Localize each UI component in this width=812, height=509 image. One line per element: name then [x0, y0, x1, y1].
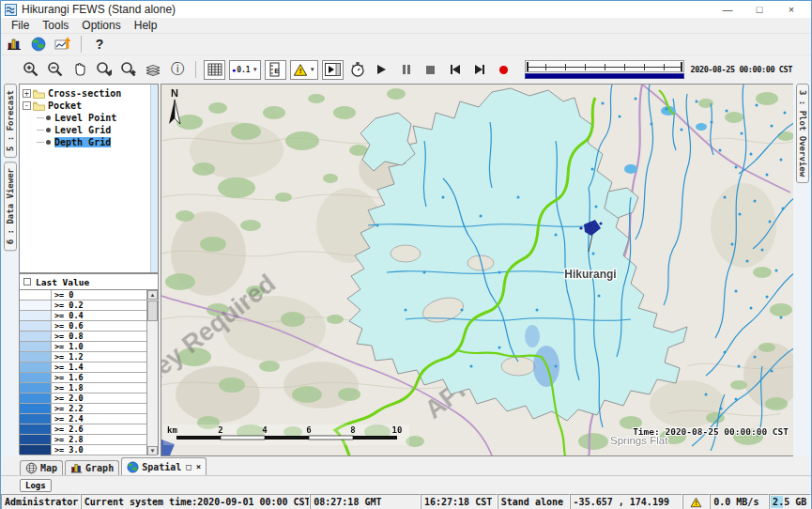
collapse-icon[interactable]: - [23, 101, 31, 110]
map-time-label: Time: 2020-08-25 00:00:00 CST [633, 426, 789, 437]
hand-icon [71, 61, 88, 78]
tab-graph[interactable]: Graph [65, 460, 119, 475]
zoom-in-button[interactable] [20, 60, 42, 79]
pause-icon [403, 65, 410, 74]
scroll-down-icon[interactable]: ▼ [147, 446, 158, 455]
legend-swatch [20, 373, 52, 382]
tab-map[interactable]: Map [20, 460, 63, 475]
legend-row: >= 1.4 [20, 362, 146, 373]
minimize-button[interactable]: — [712, 4, 743, 15]
legend-panel: Last Value >= 0 >= 0.2 >= 0.4 >= 0.6 >= … [19, 273, 159, 455]
tab-spatial[interactable]: Spatial □ × [121, 457, 207, 475]
zoom-out-button[interactable] [44, 60, 67, 79]
legend-title: Last Value [36, 277, 89, 287]
tree-item-level-grid[interactable]: Level Grid [20, 124, 158, 136]
tree-item-cross-section[interactable]: + Cross-section [20, 87, 158, 100]
tree-item-label[interactable]: Level Grid [54, 125, 111, 135]
step-back-button[interactable] [444, 60, 467, 79]
svg-text:!: ! [299, 67, 301, 75]
last-value-checkbox[interactable] [23, 278, 31, 285]
threshold-dropdown[interactable]: ● 0.1 ▼ [229, 60, 261, 80]
pause-button[interactable] [395, 60, 418, 79]
folder-icon [33, 89, 45, 99]
layers-icon [145, 61, 161, 78]
legend-scrollbar[interactable]: ▲ ▼ [147, 290, 158, 455]
record-icon [499, 66, 508, 74]
menu-options[interactable]: Options [75, 19, 127, 32]
legend-row: >= 1.2 [20, 352, 146, 362]
info-button[interactable]: ⓘ [166, 60, 189, 79]
zoom-previous-button[interactable] [93, 60, 115, 79]
legend-row: >= 3.0 [20, 445, 146, 455]
legend-swatch [20, 352, 52, 362]
zoom-in-icon [23, 61, 39, 78]
animation-window-button[interactable] [322, 60, 344, 80]
tree-scrollbar[interactable] [150, 85, 158, 272]
logs-button[interactable]: Logs [20, 479, 52, 492]
tree-item-pocket[interactable]: - Pocket [20, 100, 158, 112]
tab-data-viewer[interactable]: 6 : Data Viewer [4, 162, 17, 251]
grid-icon [207, 63, 222, 77]
chevron-down-icon: ▼ [253, 67, 258, 72]
status-warning-cell[interactable]: ! [682, 494, 710, 509]
time-slider-rail[interactable] [525, 60, 685, 72]
record-button[interactable] [493, 60, 515, 79]
legend-row: >= 2.2 [20, 404, 146, 414]
tab-forecast[interactable]: 5 : Forecast [4, 84, 17, 158]
stop-button[interactable] [420, 60, 442, 79]
map-display-button[interactable] [27, 35, 50, 54]
tree-item-label[interactable]: Pocket [48, 100, 82, 111]
status-gmt-time: 08:27:18 GMT [310, 494, 421, 509]
tree-item-level-point[interactable]: Level Point [20, 112, 158, 124]
thresholds-warning-dropdown[interactable]: ! ▼ [290, 60, 318, 80]
toolbar-separator [195, 61, 196, 78]
legend-swatch [20, 290, 52, 300]
close-button[interactable]: × [775, 4, 807, 15]
menu-tools[interactable]: Tools [36, 19, 75, 32]
tree-item-depth-grid[interactable]: Depth Grid [20, 136, 158, 148]
legend-swatch [20, 414, 52, 424]
grid-display-button[interactable] [204, 60, 225, 80]
globe-icon [31, 37, 46, 52]
legend-swatch [20, 332, 52, 341]
help-button[interactable]: ? [88, 35, 111, 54]
tab-close-icon[interactable]: × [196, 462, 201, 471]
scroll-up-icon[interactable]: ▲ [147, 290, 158, 300]
zoom-out-icon [47, 61, 64, 78]
status-local-time: 16:27:18 CST [421, 494, 498, 509]
map-canvas[interactable]: API Key Required API Key Required [161, 85, 793, 455]
animation-settings-button[interactable] [346, 60, 369, 79]
play-button[interactable] [371, 60, 393, 79]
zoom-next-button[interactable] [117, 60, 140, 79]
pan-button[interactable] [69, 60, 91, 79]
play-icon [377, 65, 386, 74]
scrollbar-thumb[interactable] [147, 301, 158, 321]
left-panel: + Cross-section - Pocket Level Point [19, 84, 159, 456]
bottom-tab-bar: Map Graph Spatial □ × [1, 456, 811, 475]
legend-swatch [20, 362, 52, 372]
legend-row: >= 0.4 [20, 311, 146, 321]
menu-help[interactable]: Help [128, 19, 164, 32]
menu-file[interactable]: File [5, 19, 36, 32]
tree-branch-line [37, 142, 44, 143]
step-forward-button[interactable] [468, 60, 491, 79]
spatial-display-button[interactable] [52, 35, 74, 54]
tab-maximize-icon[interactable]: □ [186, 462, 191, 471]
scale-button[interactable]: E [265, 60, 286, 80]
tab-plot-overview[interactable]: 3 : Plot Overview [796, 84, 809, 183]
explorer-chart-button[interactable] [3, 35, 25, 54]
tree-item-label[interactable]: Cross-section [48, 88, 121, 99]
map-view[interactable]: API Key Required API Key Required [161, 84, 793, 456]
legend-swatch [20, 342, 52, 351]
play-box-icon [325, 63, 341, 76]
status-mode: Stand alone [498, 494, 570, 509]
layers-button[interactable] [142, 60, 164, 79]
expand-icon[interactable]: + [23, 89, 31, 98]
tree-item-label[interactable]: Level Point [54, 113, 116, 123]
tab-spatial-label: Spatial [142, 462, 181, 472]
legend-row: >= 0.6 [20, 321, 146, 332]
time-slider[interactable] [525, 59, 685, 80]
menu-bar: File Tools Options Help [1, 18, 811, 34]
maximize-button[interactable]: □ [743, 4, 775, 15]
tree-item-label-selected[interactable]: Depth Grid [54, 137, 111, 147]
